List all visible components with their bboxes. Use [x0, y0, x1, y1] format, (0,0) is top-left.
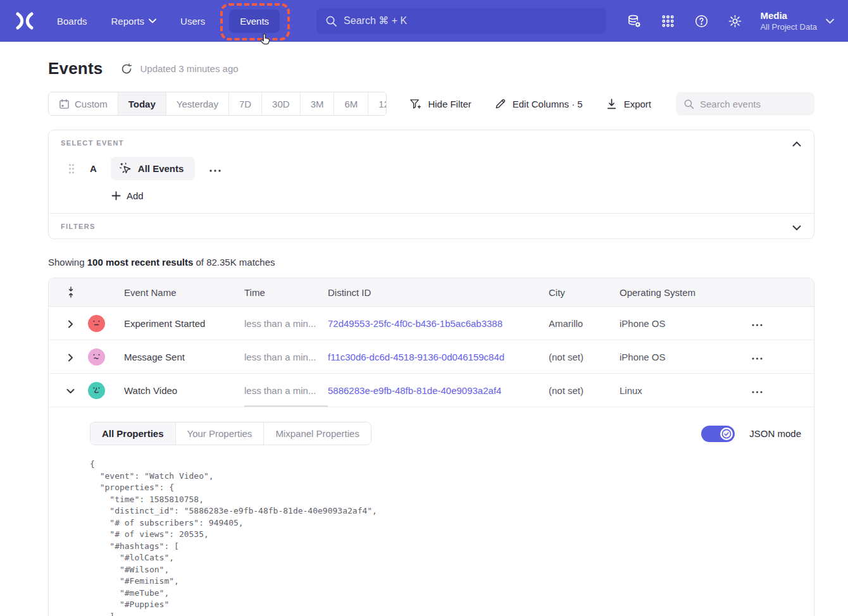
apps-grid-icon[interactable]: [660, 13, 675, 28]
event-step-row: A All Events: [68, 157, 801, 180]
tab-your-properties[interactable]: Your Properties: [175, 422, 264, 445]
mixpanel-logo-icon[interactable]: [14, 12, 35, 30]
collapse-row-chevron-down-icon[interactable]: [66, 386, 75, 395]
data-management-icon[interactable]: [627, 13, 642, 28]
date-range-custom-label: Custom: [75, 99, 108, 109]
event-avatar: [88, 382, 105, 399]
date-range-7d[interactable]: 7D: [228, 92, 261, 115]
tab-mixpanel-properties[interactable]: Mixpanel Properties: [263, 422, 371, 445]
date-range-today[interactable]: Today: [118, 92, 166, 115]
table-row[interactable]: Message Sent less than a min... f11c30d6…: [49, 340, 814, 374]
row-more-icon[interactable]: [749, 381, 766, 399]
project-chevron-down-icon[interactable]: [826, 15, 834, 27]
cell-distinct-id-link[interactable]: 5886283e-e9fb-48fb-81de-40e9093a2af4: [328, 385, 549, 396]
date-range-6m[interactable]: 6M: [334, 92, 368, 115]
funnel-plus-icon: [409, 98, 421, 110]
nav-item-boards-label: Boards: [57, 16, 87, 27]
date-range-12m[interactable]: 12M: [368, 92, 387, 115]
column-header-distinct-id[interactable]: Distinct ID: [328, 287, 549, 298]
updated-status: Updated 3 minutes ago: [140, 63, 238, 74]
nav-item-users-label: Users: [180, 16, 205, 27]
date-range-yesterday[interactable]: Yesterday: [166, 92, 228, 115]
expand-row-chevron-right-icon[interactable]: [66, 353, 75, 361]
top-navbar: Boards Reports Users Events: [0, 0, 848, 42]
date-range-segmented: Custom Today Yesterday 7D 30D 3M 6M 12M: [48, 92, 387, 116]
settings-gear-icon[interactable]: [727, 13, 742, 28]
nav-item-reports[interactable]: Reports: [111, 16, 157, 27]
cell-time: less than a min...: [244, 385, 328, 396]
event-json: { "event": "Watch Video", "properties": …: [90, 459, 801, 616]
cell-os: iPhone OS: [620, 352, 735, 362]
table-tools: Hide Filter Edit Columns · 5 Export: [387, 92, 814, 115]
cell-distinct-id-link[interactable]: 72d49553-25fc-4f0c-b436-1b5ac6ab3388: [328, 318, 549, 329]
events-table: Event Name Time Distinct ID City Operati…: [48, 278, 814, 616]
chevron-down-icon: [149, 18, 156, 23]
hide-filter-button[interactable]: Hide Filter: [409, 98, 471, 110]
column-header-time[interactable]: Time: [244, 287, 328, 298]
cell-time: less than a min...: [244, 352, 328, 362]
select-event-label: SELECT EVENT: [61, 139, 801, 147]
nav-right-cluster: Media All Project Data: [608, 9, 834, 32]
column-header-event-name[interactable]: Event Name: [124, 287, 244, 298]
collapse-section-chevron-up-icon[interactable]: [792, 139, 801, 147]
step-letter: A: [90, 163, 97, 174]
search-events-input[interactable]: [700, 99, 807, 109]
cell-distinct-id-link[interactable]: f11c30d6-dc6d-4518-9136-0d046159c84d: [328, 352, 549, 362]
cell-event-name: Message Sent: [124, 352, 244, 362]
cell-event-name: Watch Video: [124, 385, 244, 396]
tab-all-properties[interactable]: All Properties: [90, 422, 175, 445]
row-more-icon[interactable]: [749, 348, 766, 366]
cell-city: (not set): [549, 385, 620, 396]
column-header-os[interactable]: Operating System: [620, 287, 735, 298]
date-range-3m[interactable]: 3M: [300, 92, 334, 115]
help-icon[interactable]: [694, 13, 709, 28]
date-range-30d[interactable]: 30D: [261, 92, 300, 115]
global-search[interactable]: [316, 8, 606, 34]
collapse-all-icon[interactable]: [66, 286, 76, 298]
project-scope: All Project Data: [760, 22, 817, 32]
pencil-icon: [494, 98, 506, 110]
cell-time: less than a min...: [244, 318, 328, 329]
json-mode-label: JSON mode: [749, 428, 801, 439]
row-more-icon[interactable]: [749, 314, 766, 332]
global-search-input[interactable]: [344, 15, 597, 27]
table-row[interactable]: Experiment Started less than a min... 72…: [49, 307, 814, 340]
properties-tabs: All Properties Your Properties Mixpanel …: [90, 422, 371, 445]
events-page: Boards Reports Users Events: [0, 0, 848, 616]
nav-item-boards[interactable]: Boards: [57, 16, 87, 27]
table-row-expanded[interactable]: Watch Video less than a min... 5886283e-…: [49, 374, 814, 407]
cell-event-name: Experiment Started: [124, 318, 244, 329]
json-mode-toggle[interactable]: [701, 426, 735, 442]
filters-label: FILTERS: [61, 223, 801, 230]
drag-handle-icon[interactable]: [68, 163, 75, 175]
cell-os: iPhone OS: [620, 318, 735, 329]
refresh-icon[interactable]: [121, 63, 132, 75]
all-events-button[interactable]: All Events: [111, 157, 196, 180]
toggle-knob: [720, 428, 733, 440]
toggle-check-icon: [721, 429, 732, 439]
sparkle-cursor-icon: [119, 162, 132, 175]
summary-prefix: Showing: [48, 257, 87, 268]
summary-count: 100 most recent results: [87, 257, 194, 268]
date-range-custom[interactable]: Custom: [49, 92, 118, 115]
event-more-icon[interactable]: [206, 159, 225, 178]
controls-row: Custom Today Yesterday 7D 30D 3M 6M 12M …: [48, 92, 814, 116]
project-selector[interactable]: Media All Project Data: [760, 9, 817, 32]
edit-columns-button[interactable]: Edit Columns · 5: [494, 98, 583, 110]
query-builder-card: SELECT EVENT A: [48, 130, 814, 239]
nav-item-users[interactable]: Users: [180, 16, 205, 27]
column-header-city[interactable]: City: [549, 287, 620, 298]
expand-row-chevron-right-icon[interactable]: [66, 319, 75, 328]
search-icon: [325, 15, 337, 27]
nav-item-events[interactable]: Events: [229, 9, 280, 33]
nav-item-reports-label: Reports: [111, 16, 145, 27]
export-button[interactable]: Export: [606, 98, 651, 110]
add-event-button[interactable]: Add: [111, 190, 801, 201]
table-header: Event Name Time Distinct ID City Operati…: [49, 278, 814, 307]
event-avatar: [88, 348, 105, 366]
hand-cursor-icon: [258, 32, 272, 46]
edit-columns-label: Edit Columns · 5: [513, 99, 583, 109]
expand-filters-chevron-down-icon[interactable]: [792, 222, 801, 231]
download-icon: [606, 98, 618, 110]
search-events-box[interactable]: [676, 92, 814, 115]
